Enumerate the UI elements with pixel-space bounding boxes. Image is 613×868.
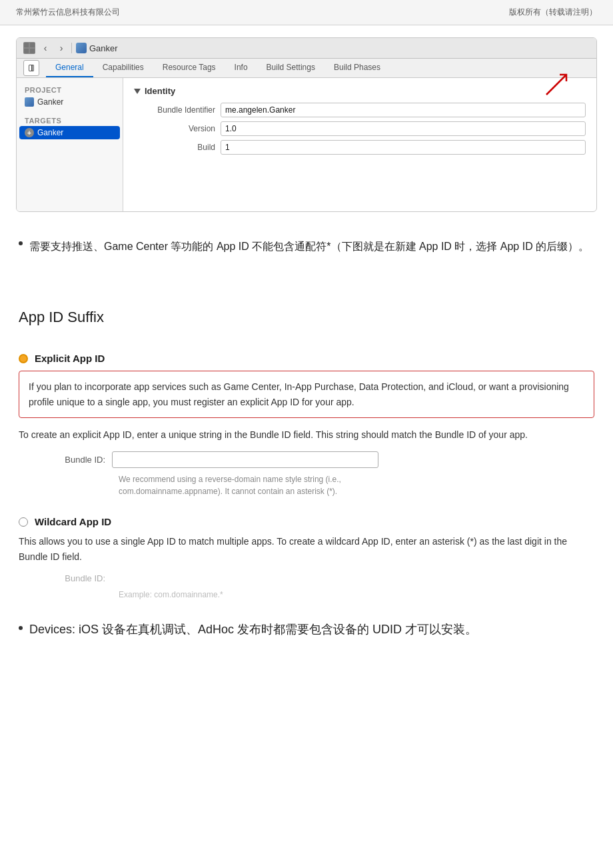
explicit-hint-line2: com.domainname.appname). It cannot conta… — [119, 487, 337, 496]
svg-rect-3 — [30, 49, 35, 53]
explicit-app-id-section: Explicit App ID If you plan to incorpora… — [19, 353, 594, 497]
bullet-text-1: 需要支持推送、Game Center 等功能的 App ID 不能包含通配符*（… — [29, 237, 594, 255]
explicit-highlight-text: If you plan to incorporate app services … — [29, 381, 569, 407]
collapse-triangle-icon[interactable] — [134, 89, 141, 94]
article-content: 需要支持推送、Game Center 等功能的 App ID 不能包含通配符*（… — [0, 224, 613, 653]
build-row: Build 1 — [134, 140, 586, 155]
grid-icon — [23, 42, 35, 54]
page-header: 常州紫竹云信息科技有限公司 版权所有（转载请注明） — [0, 0, 613, 25]
build-label: Build — [134, 143, 221, 152]
xcode-toolbar: ‹ › Ganker — [17, 38, 596, 59]
project-file-icon — [25, 97, 34, 107]
explicit-highlight-box: If you plan to incorporate app services … — [19, 371, 594, 418]
company-name: 常州紫竹云信息科技有限公司 — [16, 7, 120, 18]
tab-build-settings[interactable]: Build Settings — [257, 59, 324, 77]
forward-button[interactable]: › — [55, 42, 67, 54]
bundle-identifier-label: Bundle Identifier — [134, 105, 221, 115]
explicit-bundle-id-row: Bundle ID: — [59, 451, 594, 468]
explicit-bundle-id-input[interactable] — [112, 451, 378, 468]
xcode-settings-pane: Identity Bundle Identifier me.angelen.Ga… — [123, 78, 596, 211]
bullet-dot-2 — [19, 626, 23, 630]
wildcard-app-id-section: Wildcard App ID This allows you to use a… — [19, 516, 594, 601]
back-button[interactable]: ‹ — [39, 42, 51, 54]
xcode-sidebar: PROJECT Ganker TARGETS + Ganker — [17, 78, 123, 211]
xcode-body: PROJECT Ganker TARGETS + Ganker Identity — [17, 78, 596, 211]
bullet-text-2: Devices: iOS 设备在真机调试、AdHoc 发布时都需要包含设备的 U… — [29, 619, 594, 640]
sidebar-target-item[interactable]: + Ganker — [19, 126, 120, 139]
bundle-identifier-value[interactable]: me.angelen.Ganker — [221, 103, 586, 117]
sidebar-toggle-button[interactable] — [23, 60, 39, 76]
bullet-dot-1 — [19, 241, 23, 245]
arrow-decoration — [540, 68, 573, 101]
wildcard-bundle-example: Example: com.domainname.* — [119, 590, 223, 599]
version-label: Version — [134, 124, 221, 133]
explicit-bundle-id-hint: We recommend using a reverse-domain name… — [59, 473, 594, 497]
explicit-bundle-id-label: Bundle ID: — [59, 455, 112, 465]
explicit-option-title: Explicit App ID — [35, 353, 105, 364]
spacer-2 — [19, 342, 594, 353]
sidebar-toggle-icon — [29, 65, 34, 71]
tab-general[interactable]: General — [46, 59, 93, 77]
tab-build-phases[interactable]: Build Phases — [324, 59, 390, 77]
wildcard-option-header: Wildcard App ID — [19, 516, 594, 527]
targets-section-label: TARGETS — [17, 114, 123, 126]
copyright-text: 版权所有（转载请注明） — [509, 7, 597, 18]
bullet-item-1: 需要支持推送、Game Center 等功能的 App ID 不能包含通配符*（… — [19, 237, 594, 255]
wildcard-bundle-id-label: Bundle ID: — [59, 573, 112, 583]
wildcard-radio-button[interactable] — [19, 517, 28, 527]
bullet-item-2: Devices: iOS 设备在真机调试、AdHoc 发布时都需要包含设备的 U… — [19, 619, 594, 640]
xcode-tab-bar: General Capabilities Resource Tags Info … — [17, 59, 596, 78]
identity-section: Identity Bundle Identifier me.angelen.Ga… — [134, 86, 586, 155]
wildcard-bundle-id-hint: Example: com.domainname.* — [59, 589, 594, 601]
explicit-option-header: Explicit App ID — [19, 353, 594, 364]
target-icon: + — [25, 128, 34, 137]
section-heading-app-id-suffix: App ID Suffix — [19, 309, 594, 326]
identity-header: Identity — [134, 86, 586, 96]
project-icon — [76, 43, 87, 53]
tab-resource-tags[interactable]: Resource Tags — [153, 59, 225, 77]
project-label: Ganker — [76, 43, 118, 53]
explicit-radio-button[interactable] — [19, 354, 28, 363]
explicit-hint-line1: We recommend using a reverse-domain name… — [119, 475, 341, 484]
project-section-label: PROJECT — [17, 83, 123, 95]
svg-rect-1 — [30, 43, 35, 47]
version-value[interactable]: 1.0 — [221, 121, 586, 136]
build-value[interactable]: 1 — [221, 140, 586, 155]
svg-rect-2 — [24, 49, 29, 53]
tab-info[interactable]: Info — [225, 59, 257, 77]
spacer-1 — [19, 266, 594, 293]
wildcard-desc: This allows you to use a single App ID t… — [19, 534, 594, 564]
version-row: Version 1.0 — [134, 121, 586, 136]
svg-rect-0 — [24, 43, 29, 47]
bundle-identifier-row: Bundle Identifier me.angelen.Ganker — [134, 103, 586, 117]
tab-capabilities[interactable]: Capabilities — [93, 59, 153, 77]
explicit-desc: To create an explicit App ID, enter a un… — [19, 427, 594, 442]
sidebar-project-item[interactable]: Ganker — [17, 95, 123, 109]
separator — [71, 43, 72, 53]
wildcard-bundle-id-row: Bundle ID: — [59, 573, 594, 583]
wildcard-option-title: Wildcard App ID — [35, 516, 111, 527]
xcode-window: ‹ › Ganker General Capabilities Resource… — [16, 37, 597, 212]
